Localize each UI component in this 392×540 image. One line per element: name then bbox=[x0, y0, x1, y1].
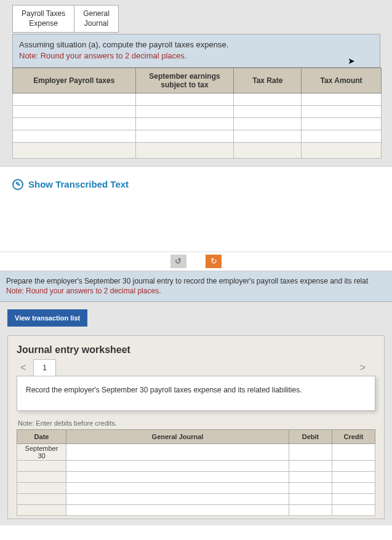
tab-label: Journal bbox=[84, 19, 108, 28]
cell[interactable] bbox=[332, 504, 375, 515]
journal-tab-bar: < 1 > bbox=[17, 359, 375, 376]
instruction-text: Assuming situation (a), compute the payr… bbox=[19, 40, 228, 49]
cell[interactable] bbox=[234, 117, 302, 130]
cell[interactable] bbox=[332, 482, 375, 493]
record-description: Record the employer's September 30 payro… bbox=[17, 376, 375, 411]
transcribed-section: ✎ Show Transcribed Text bbox=[0, 167, 392, 252]
cell[interactable] bbox=[17, 482, 66, 493]
col-header-employer-taxes: Employer Payroll taxes bbox=[13, 68, 136, 93]
cell[interactable] bbox=[302, 105, 382, 117]
note-debits-before-credits: Note: Enter debits before credits. bbox=[18, 419, 375, 427]
cell[interactable] bbox=[332, 493, 375, 504]
cell[interactable] bbox=[17, 493, 66, 504]
col-header-date: Date bbox=[17, 429, 66, 443]
cell[interactable] bbox=[289, 460, 332, 471]
payroll-taxes-table: Employer Payroll taxes September earning… bbox=[12, 68, 382, 159]
col-header-general-journal: General Journal bbox=[66, 429, 289, 443]
date-line: September bbox=[25, 445, 58, 452]
cell[interactable] bbox=[13, 105, 136, 117]
cell[interactable] bbox=[332, 460, 375, 471]
cell[interactable] bbox=[135, 130, 234, 142]
cell[interactable] bbox=[234, 105, 302, 117]
instruction-bar: Assuming situation (a), compute the payr… bbox=[12, 34, 380, 67]
cell[interactable] bbox=[17, 471, 66, 482]
tab-label: Payroll Taxes bbox=[22, 9, 65, 18]
cell[interactable] bbox=[289, 471, 332, 482]
journal-tab-1[interactable]: 1 bbox=[33, 359, 56, 376]
cell-date: September 30 bbox=[17, 443, 66, 460]
show-transcribed-link[interactable]: ✎ Show Transcribed Text bbox=[12, 179, 129, 190]
cell-total[interactable] bbox=[13, 142, 136, 158]
view-transaction-button[interactable]: View transaction list bbox=[7, 309, 87, 327]
journal-worksheet: Journal entry worksheet < 1 > Record the… bbox=[7, 335, 385, 519]
cell[interactable] bbox=[332, 471, 375, 482]
cell[interactable] bbox=[234, 130, 302, 142]
cell[interactable] bbox=[302, 130, 382, 142]
cell[interactable] bbox=[302, 117, 382, 130]
col-header-credit: Credit bbox=[332, 429, 375, 443]
cell[interactable] bbox=[302, 93, 382, 105]
cursor-icon: ➤ bbox=[348, 55, 355, 68]
journal-title: Journal entry worksheet bbox=[17, 344, 375, 355]
instruction-bar-2: Prepare the employer's September 30 jour… bbox=[0, 271, 392, 303]
cell[interactable] bbox=[13, 117, 136, 130]
cell[interactable] bbox=[332, 443, 375, 460]
cell[interactable] bbox=[66, 504, 289, 515]
cell[interactable] bbox=[66, 482, 289, 493]
instruction-note: Note: Round your answers to 2 decimal pl… bbox=[19, 51, 186, 60]
next-entry-button[interactable]: > bbox=[356, 362, 369, 373]
date-line: 30 bbox=[38, 452, 45, 459]
cell[interactable] bbox=[66, 493, 289, 504]
cell[interactable] bbox=[66, 460, 289, 471]
cell[interactable] bbox=[135, 105, 234, 117]
redo-button[interactable]: ↻ bbox=[206, 255, 222, 268]
cell[interactable] bbox=[289, 493, 332, 504]
transcribed-label: Show Transcribed Text bbox=[28, 179, 129, 189]
cell[interactable] bbox=[234, 93, 302, 105]
instruction-note: Note: Round your answers to 2 decimal pl… bbox=[6, 287, 161, 295]
cell[interactable] bbox=[289, 443, 332, 460]
instruction-text: Prepare the employer's September 30 jour… bbox=[6, 277, 368, 285]
cell[interactable] bbox=[13, 130, 136, 142]
cell[interactable] bbox=[17, 504, 66, 515]
cell[interactable] bbox=[66, 443, 289, 460]
col-header-tax-amount: Tax Amount bbox=[302, 68, 382, 93]
cell[interactable] bbox=[289, 482, 332, 493]
cell-total[interactable] bbox=[302, 142, 382, 158]
journal-entry-table: Date General Journal Debit Credit Septem… bbox=[17, 429, 375, 516]
cell[interactable] bbox=[135, 93, 234, 105]
col-header-tax-rate: Tax Rate bbox=[234, 68, 302, 93]
tab-payroll-taxes-expense[interactable]: Payroll Taxes Expense bbox=[12, 5, 74, 33]
col-header-earnings: September earnings subject to tax bbox=[135, 68, 234, 93]
prev-entry-button[interactable]: < bbox=[17, 362, 30, 373]
undo-button[interactable]: ↺ bbox=[170, 255, 186, 268]
tab-label: General bbox=[83, 9, 110, 18]
nav-buttons: ↺ ↻ bbox=[0, 252, 392, 271]
cell[interactable] bbox=[17, 460, 66, 471]
cell-total[interactable] bbox=[234, 142, 302, 158]
transcribe-icon: ✎ bbox=[12, 179, 23, 190]
cell[interactable] bbox=[66, 471, 289, 482]
cell[interactable] bbox=[289, 504, 332, 515]
cell-total[interactable] bbox=[135, 142, 234, 158]
cell[interactable] bbox=[13, 93, 136, 105]
col-header-debit: Debit bbox=[289, 429, 332, 443]
cell[interactable] bbox=[135, 117, 234, 130]
tab-general-journal[interactable]: General Journal bbox=[74, 5, 119, 33]
top-tab-bar: Payroll Taxes Expense General Journal bbox=[12, 5, 392, 33]
tab-label: Expense bbox=[29, 19, 58, 28]
